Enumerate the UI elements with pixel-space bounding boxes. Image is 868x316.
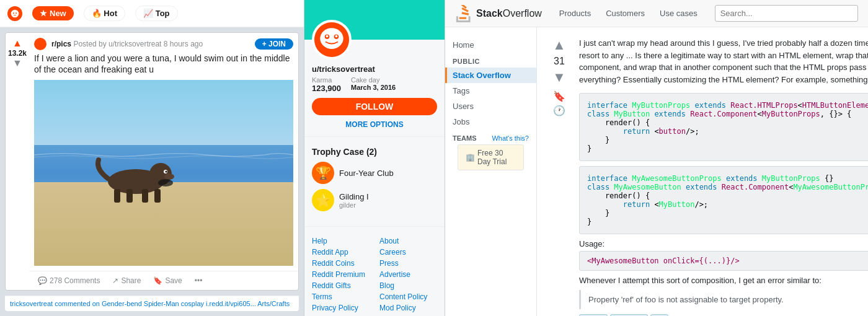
follow-button[interactable]: FOLLOW bbox=[312, 98, 437, 115]
subreddit-icon bbox=[34, 38, 46, 50]
share-button[interactable]: ↗ Share bbox=[108, 274, 144, 287]
so-vote-count: 31 bbox=[554, 56, 565, 67]
comments-button[interactable]: 💬 278 Comments bbox=[34, 274, 104, 287]
top-icon: 📈 bbox=[143, 9, 153, 18]
trophy-item-1: 🏆 Four-Year Club bbox=[312, 162, 437, 184]
footer-help[interactable]: Help bbox=[312, 237, 370, 245]
footer-content-policy[interactable]: Content Policy bbox=[379, 292, 437, 301]
footer-press[interactable]: Press bbox=[379, 259, 437, 268]
profile-panel: u/tricksovertreat Karma 123,900 Cake day… bbox=[304, 0, 445, 316]
so-logo: StackOverflow bbox=[455, 5, 542, 22]
code-line-10: return <MyButton/>; bbox=[587, 200, 868, 209]
so-logo-icon bbox=[455, 5, 472, 22]
post-time: 8 hours ago bbox=[164, 40, 203, 48]
so-downvote-button[interactable]: ▼ bbox=[552, 69, 566, 86]
so-teams-icon: 🏢 bbox=[466, 153, 475, 162]
so-sidebar-tags[interactable]: Tags bbox=[445, 83, 536, 99]
footer-links: Help About Reddit App Careers Reddit Coi… bbox=[312, 237, 437, 312]
footer-blog[interactable]: Blog bbox=[379, 281, 437, 290]
svg-point-14 bbox=[320, 28, 343, 49]
reddit-panel: ★ New 🔥 Hot 📈 Top ▲ 13.2k ▼ bbox=[0, 0, 304, 316]
four-year-trophy-icon: 🏆 bbox=[312, 162, 334, 184]
profile-username: u/tricksovertreat bbox=[304, 59, 445, 76]
code-line-1: interface MyButtonProps extends React.HT… bbox=[587, 101, 868, 110]
svg-point-1 bbox=[13, 12, 14, 14]
so-upvote-button[interactable]: ▲ bbox=[552, 37, 566, 53]
cake-day-stat: Cake day March 3, 2016 bbox=[351, 76, 396, 93]
code-line-7: interface MyAwesomeButtonProps extends M… bbox=[587, 174, 868, 183]
so-header: StackOverflow Products Customers Use cas… bbox=[445, 0, 868, 27]
post-actions: 💬 278 Comments ↗ Share 🔖 Save ••• bbox=[29, 271, 298, 290]
error-text: Whenever I attempt this sort of composit… bbox=[579, 276, 868, 285]
svg-rect-7 bbox=[142, 189, 148, 203]
reddit-logo-icon bbox=[7, 6, 22, 21]
new-button[interactable]: ★ New bbox=[32, 6, 74, 20]
karma-stat: Karma 123,900 bbox=[312, 76, 341, 93]
footer-privacy-policy[interactable]: Privacy Policy bbox=[312, 304, 370, 312]
so-bookmark-button[interactable]: 🔖 bbox=[553, 90, 565, 102]
svg-point-11 bbox=[164, 173, 174, 180]
join-button[interactable]: + JOIN bbox=[255, 38, 293, 50]
so-main-content: ▲ 31 ▼ 🔖 🕐 I just can't wrap my head aro… bbox=[537, 27, 868, 316]
so-sidebar-teams: TEAMS What's this? 🏢 Free 30 Day Trial bbox=[445, 129, 536, 178]
so-nav-products[interactable]: Products bbox=[557, 6, 593, 20]
svg-point-0 bbox=[11, 9, 19, 17]
footer-careers[interactable]: Careers bbox=[379, 248, 437, 257]
whats-this-link[interactable]: What's this? bbox=[492, 134, 529, 142]
svg-rect-6 bbox=[126, 189, 133, 203]
stackoverflow-panel: StackOverflow Products Customers Use cas… bbox=[445, 0, 868, 316]
more-options-link[interactable]: MORE OPTIONS bbox=[304, 118, 445, 131]
svg-rect-5 bbox=[114, 189, 120, 203]
so-sidebar-stackoverflow[interactable]: Stack Overflow bbox=[445, 68, 536, 83]
so-sidebar: Home PUBLIC Stack Overflow Tags Users Jo… bbox=[445, 27, 537, 316]
so-search-input[interactable] bbox=[715, 5, 858, 22]
post-by-label: Posted by u/tricksovertreat bbox=[73, 40, 161, 48]
teams-header: TEAMS What's this? bbox=[453, 134, 529, 142]
save-button[interactable]: 🔖 Save bbox=[149, 274, 185, 287]
usage-code: <MyAwesomeButton onClick={(...)}/> bbox=[579, 251, 868, 271]
vote-controls: ▲ 31 ▼ 🔖 🕐 bbox=[547, 37, 572, 316]
so-sidebar-home[interactable]: Home bbox=[445, 37, 536, 53]
so-nav: Products Customers Use cases bbox=[557, 6, 700, 20]
free-trial-item[interactable]: 🏢 Free 30 Day Trial bbox=[458, 144, 524, 170]
so-sidebar-jobs[interactable]: Jobs bbox=[445, 114, 536, 129]
profile-footer: Help About Reddit App Careers Reddit Coi… bbox=[304, 232, 445, 316]
svg-point-19 bbox=[322, 32, 326, 36]
footer-about[interactable]: About bbox=[379, 237, 437, 245]
reddit-header: ★ New 🔥 Hot 📈 Top bbox=[0, 0, 304, 27]
footer-reddit-app[interactable]: Reddit App bbox=[312, 248, 370, 257]
so-nav-use-cases[interactable]: Use cases bbox=[657, 6, 700, 20]
more-button[interactable]: ••• bbox=[191, 274, 206, 287]
footer-reddit-coins[interactable]: Reddit Coins bbox=[312, 259, 370, 268]
code-line-11: } bbox=[587, 209, 868, 217]
svg-rect-8 bbox=[154, 189, 161, 203]
so-sidebar-users[interactable]: Users bbox=[445, 99, 536, 114]
post-image bbox=[34, 80, 293, 266]
so-sidebar-public-label: PUBLIC bbox=[445, 53, 536, 68]
upvote-button[interactable]: ▲ bbox=[12, 38, 22, 49]
trophy-name-2: Gilding I gilder bbox=[339, 192, 369, 209]
code-line-6: } bbox=[587, 144, 868, 153]
top-button[interactable]: 📈 Top bbox=[135, 6, 177, 21]
usage-label: Usage: bbox=[579, 239, 868, 248]
footer-reddit-gifts[interactable]: Reddit Gifts bbox=[312, 281, 370, 290]
subreddit-name[interactable]: r/pics bbox=[51, 40, 71, 48]
reddit-alien-icon bbox=[11, 9, 19, 18]
question-body-text: I just can't wrap my head around this I … bbox=[579, 37, 868, 86]
footer-advertise[interactable]: Advertise bbox=[379, 270, 437, 279]
code-line-3: render() { bbox=[587, 118, 868, 127]
comment-icon: 💬 bbox=[38, 276, 47, 285]
dots-icon: ••• bbox=[195, 276, 203, 285]
hot-button[interactable]: 🔥 Hot bbox=[84, 6, 125, 21]
hot-icon: 🔥 bbox=[92, 9, 102, 18]
footer-reddit-premium[interactable]: Reddit Premium bbox=[312, 270, 370, 279]
footer-terms[interactable]: Terms bbox=[312, 292, 370, 301]
post-content: If I were a lion and you were a tuna, I … bbox=[29, 53, 298, 271]
so-search bbox=[715, 5, 858, 22]
footer-comment-text[interactable]: tricksovertreat commented on Gender-bend… bbox=[10, 300, 290, 307]
code-block-1: interface MyButtonProps extends React.HT… bbox=[579, 93, 868, 161]
downvote-button[interactable]: ▼ bbox=[12, 58, 22, 69]
footer-mod-policy[interactable]: Mod Policy bbox=[379, 304, 437, 312]
so-nav-customers[interactable]: Customers bbox=[603, 6, 647, 20]
so-history-button[interactable]: 🕐 bbox=[553, 105, 565, 116]
